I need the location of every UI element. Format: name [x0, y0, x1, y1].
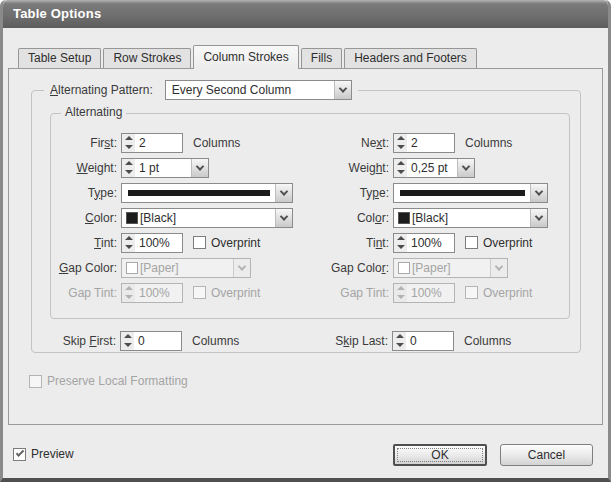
left-gap-color-value: [Paper]: [138, 259, 179, 277]
preview-label: Preview: [31, 447, 74, 461]
next-columns-field[interactable]: 2: [393, 133, 455, 153]
first-columns-field[interactable]: 2: [121, 133, 183, 153]
spin-down-icon[interactable]: [122, 144, 135, 150]
left-overprint-checkbox[interactable]: Overprint: [193, 236, 260, 250]
tab-headers-and-footers[interactable]: Headers and Footers: [344, 48, 477, 68]
left-weight-label: Weight:: [51, 161, 117, 175]
spinner: [394, 134, 407, 152]
spin-down-icon[interactable]: [394, 244, 407, 250]
skip-first-label: Skip First:: [50, 334, 116, 348]
spinner: [121, 332, 134, 350]
tab-table-setup[interactable]: Table Setup: [18, 48, 101, 68]
dropdown-arrow-icon: [490, 259, 507, 277]
spin-up-icon[interactable]: [394, 235, 407, 241]
checkbox-box: [13, 448, 26, 461]
alternating-pattern-value: Every Second Column: [170, 81, 291, 99]
checkbox-box: [29, 375, 42, 388]
left-type-dropdown[interactable]: [121, 183, 293, 203]
right-gap-tint-field: 100%: [393, 283, 455, 303]
left-color-value: [Black]: [138, 209, 176, 227]
left-gap-color-label: Gap Color:: [51, 261, 117, 275]
alternating-group: Alternating First: 2: [50, 113, 570, 319]
left-overprint-label: Overprint: [211, 236, 260, 250]
cancel-button[interactable]: Cancel: [500, 444, 593, 466]
right-color-dropdown[interactable]: [Black]: [393, 208, 548, 228]
spin-down-icon[interactable]: [394, 169, 407, 175]
tab-fills[interactable]: Fills: [301, 48, 342, 68]
left-gap-tint-label: Gap Tint:: [51, 286, 117, 300]
right-gap-color-dropdown: [Paper]: [393, 258, 508, 278]
spin-down-icon[interactable]: [122, 169, 135, 175]
skip-first-unit-label: Columns: [192, 334, 239, 348]
dropdown-arrow-icon[interactable]: [334, 81, 351, 99]
left-gap-tint-field: 100%: [121, 283, 183, 303]
dropdown-arrow-icon[interactable]: [530, 209, 547, 227]
alternating-pattern-row: Alternating Pattern: Every Second Column: [44, 80, 358, 100]
spinner: [122, 134, 135, 152]
spin-up-icon[interactable]: [122, 235, 135, 241]
checkbox-box: [193, 236, 206, 249]
spinner: [394, 159, 407, 177]
pattern-group: Alternating Pattern: Every Second Column…: [31, 90, 581, 353]
spin-up-icon[interactable]: [122, 135, 135, 141]
alternating-pattern-dropdown[interactable]: Every Second Column: [165, 80, 352, 100]
left-gap-overprint-label: Overprint: [211, 286, 260, 300]
spinner: [394, 234, 407, 252]
spin-up-icon[interactable]: [393, 333, 406, 339]
left-tint-value: 100%: [135, 234, 182, 252]
right-color-value: [Black]: [410, 209, 448, 227]
checkbox-box: [465, 286, 478, 299]
right-gap-overprint-checkbox: Overprint: [465, 286, 532, 300]
first-value: 2: [135, 134, 182, 152]
skip-last-field[interactable]: 0: [392, 331, 454, 351]
skip-last-label: Skip Last:: [290, 334, 388, 348]
preview-checkbox[interactable]: Preview: [13, 447, 74, 461]
dropdown-arrow-icon[interactable]: [275, 209, 292, 227]
right-type-label: Type:: [291, 186, 389, 200]
type-row: Type: Type:: [51, 180, 569, 205]
next-unit-label: Columns: [465, 136, 512, 150]
right-weight-value: 0,25 pt: [407, 159, 457, 177]
paper-color-swatch: [398, 262, 410, 274]
check-icon: [15, 448, 23, 456]
left-color-label: Color:: [51, 211, 117, 225]
dropdown-arrow-icon[interactable]: [191, 159, 208, 177]
right-type-dropdown[interactable]: [393, 183, 548, 203]
weight-row: Weight: 1 pt Weight:: [51, 155, 569, 180]
left-tint-field[interactable]: 100%: [121, 233, 183, 253]
left-tint-label: Tint:: [51, 236, 117, 250]
titlebar[interactable]: Table Options: [3, 0, 608, 28]
stroke-preview: [128, 190, 270, 196]
spin-down-icon[interactable]: [122, 244, 135, 250]
ok-button[interactable]: OK: [393, 444, 487, 466]
tab-panel: Alternating Pattern: Every Second Column…: [8, 68, 603, 425]
black-color-swatch: [398, 212, 410, 224]
right-weight-combo[interactable]: 0,25 pt: [393, 158, 475, 178]
right-gap-overprint-label: Overprint: [483, 286, 532, 300]
right-gap-color-value: [Paper]: [410, 259, 451, 277]
dropdown-arrow-icon[interactable]: [275, 184, 292, 202]
skip-last-unit-label: Columns: [464, 334, 511, 348]
dropdown-arrow-icon[interactable]: [530, 184, 547, 202]
skip-first-field[interactable]: 0: [120, 331, 182, 351]
spin-up-icon[interactable]: [121, 333, 134, 339]
spin-up-icon[interactable]: [122, 160, 135, 166]
left-weight-combo[interactable]: 1 pt: [121, 158, 209, 178]
left-color-dropdown[interactable]: [Black]: [121, 208, 293, 228]
color-row: Color: [Black] Color: [Black]: [51, 205, 569, 230]
spin-down-icon[interactable]: [394, 144, 407, 150]
skip-first-value: 0: [134, 332, 181, 350]
right-overprint-checkbox[interactable]: Overprint: [465, 236, 532, 250]
checkbox-box: [465, 236, 478, 249]
tab-row-strokes[interactable]: Row Strokes: [103, 48, 191, 68]
spin-up-icon[interactable]: [394, 160, 407, 166]
spin-up-icon[interactable]: [394, 135, 407, 141]
spin-up-icon: [394, 285, 407, 291]
preserve-local-formatting-label: Preserve Local Formatting: [47, 374, 188, 388]
spin-down-icon[interactable]: [393, 342, 406, 348]
spinner: [394, 284, 407, 302]
tab-column-strokes[interactable]: Column Strokes: [193, 45, 298, 69]
right-tint-field[interactable]: 100%: [393, 233, 455, 253]
dropdown-arrow-icon[interactable]: [457, 159, 474, 177]
spin-down-icon[interactable]: [121, 342, 134, 348]
